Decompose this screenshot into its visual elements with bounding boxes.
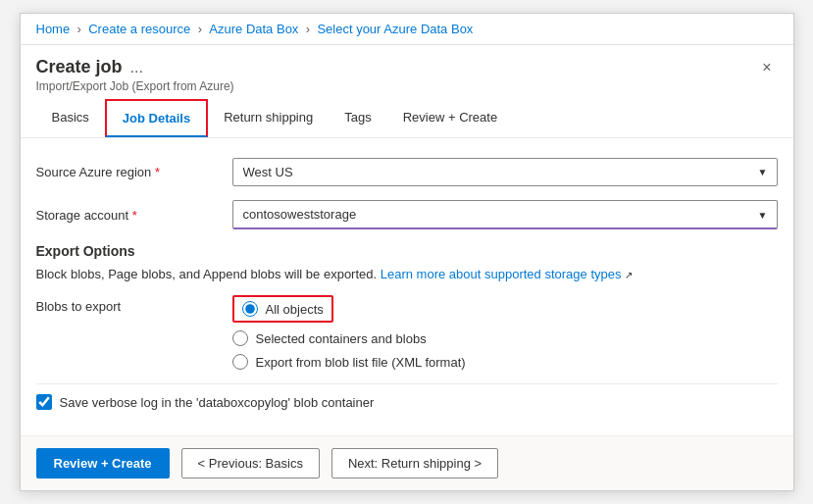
radio-selected-containers-label: Selected containers and blobs (256, 331, 427, 346)
radio-all-objects[interactable] (242, 301, 258, 317)
export-options-desc: Block blobs, Page blobs, and Append blob… (36, 267, 778, 281)
radio-selected-containers[interactable] (232, 330, 248, 346)
radio-selected-containers-item: Selected containers and blobs (232, 330, 778, 346)
radio-blob-list-file-item: Export from blob list file (XML format) (232, 354, 778, 370)
create-job-dialog: Home › Create a resource › Azure Data Bo… (20, 13, 794, 491)
source-region-label: Source Azure region * (36, 165, 232, 179)
verbose-log-label: Save verbose log in the 'databoxcopylog'… (60, 395, 375, 410)
storage-account-label: Storage account * (36, 208, 232, 223)
dialog-header: Create job ... Import/Export Job (Export… (21, 45, 793, 99)
dialog-title: Create job (36, 57, 123, 77)
export-options-title: Export Options (36, 243, 778, 259)
export-options-section: Export Options Block blobs, Page blobs, … (36, 243, 778, 370)
breadcrumb-create-resource[interactable]: Create a resource (88, 22, 190, 36)
learn-more-link[interactable]: Learn more about supported storage types (381, 267, 622, 281)
breadcrumb-home[interactable]: Home (36, 22, 71, 36)
breadcrumb-select-data-box[interactable]: Select your Azure Data Box (317, 22, 473, 36)
tab-bar: Basics Job Details Return shipping Tags … (21, 99, 793, 138)
blobs-to-export-row: Blobs to export All objects Selected con… (36, 295, 778, 370)
tab-job-details[interactable]: Job Details (105, 99, 208, 137)
source-region-select[interactable]: West US (232, 158, 778, 186)
verbose-log-checkbox[interactable] (36, 394, 52, 410)
next-button[interactable]: Next: Return shipping > (331, 448, 498, 479)
radio-blob-list-file[interactable] (232, 354, 248, 370)
dialog-subtitle: Import/Export Job (Export from Azure) (36, 79, 234, 93)
source-region-row: Source Azure region * West US ▼ (36, 158, 778, 186)
radio-blob-list-file-label: Export from blob list file (XML format) (256, 355, 466, 370)
review-create-button[interactable]: Review + Create (36, 448, 170, 479)
dialog-ellipsis-button[interactable]: ... (130, 59, 143, 76)
tab-return-shipping[interactable]: Return shipping (208, 99, 329, 137)
previous-button[interactable]: < Previous: Basics (181, 448, 320, 479)
tab-review-create[interactable]: Review + Create (387, 99, 513, 137)
tab-basics[interactable]: Basics (36, 99, 105, 137)
radio-all-objects-label: All objects (266, 302, 324, 317)
storage-account-row: Storage account * contosoweststorage ▼ (36, 200, 778, 229)
storage-account-select[interactable]: contosoweststorage (232, 200, 778, 229)
external-link-icon: ↗ (625, 270, 633, 280)
breadcrumb-azure-data-box[interactable]: Azure Data Box (209, 22, 298, 36)
dialog-footer: Review + Create < Previous: Basics Next:… (21, 435, 793, 490)
radio-all-objects-highlighted: All objects (232, 295, 333, 323)
tab-tags[interactable]: Tags (329, 99, 386, 137)
breadcrumb: Home › Create a resource › Azure Data Bo… (21, 14, 793, 45)
verbose-log-checkbox-row: Save verbose log in the 'databoxcopylog'… (36, 383, 778, 420)
content-area: Source Azure region * West US ▼ Storage … (21, 138, 793, 435)
close-button[interactable]: × (756, 57, 777, 78)
blobs-to-export-label: Blobs to export (36, 295, 232, 314)
